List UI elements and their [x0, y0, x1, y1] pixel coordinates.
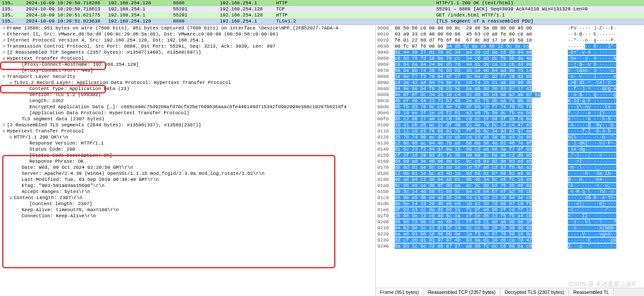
hex-row[interactable]: 012025 7b 74 80 ac d0 ce ab ca 15 a6 38 …: [376, 134, 644, 140]
collapsed-icon[interactable]: >: [1, 122, 7, 128]
tree-node[interactable]: vHypertext Transfer Protocol: [0, 128, 375, 134]
hex-row[interactable]: 0090cd 3e 42 a4 64 74 8e 7e c6 74 23 21 …: [376, 80, 644, 86]
hex-row[interactable]: 021084 b2 6e 1c 11 87 bf 14 01 cc 58 28 …: [376, 225, 644, 231]
tree-node[interactable]: Accept-Ranges: bytes\r\n: [0, 189, 375, 195]
tree-node[interactable]: Status Code: 200: [0, 146, 375, 152]
hex-row[interactable]: 019040 a8 04 c2 38 04 a5 81 9b 4b 34 bc …: [376, 177, 644, 183]
tree-node[interactable]: Content Type: Application Data (23): [0, 86, 375, 92]
packet-row[interactable]: 135…2024-10-09 10:20:50.718286192.168.25…: [0, 0, 644, 6]
packet-row[interactable]: 135…2024-10-09 10:20:51.821775192.168.25…: [0, 12, 644, 18]
hex-row[interactable]: 00c04b ef 49 64 13 71 b2 46 2e d1 f5 0b …: [376, 98, 644, 104]
tree-node[interactable]: Date: Wed, 09 Oct 2024 02:20:50 GMT\r\n: [0, 164, 375, 171]
expanded-icon[interactable]: v: [8, 195, 14, 200]
expanded-icon[interactable]: v: [8, 80, 14, 85]
hex-row[interactable]: 00801e 6e f7 f2 76 04 af 1f 6c 8e dc d2 …: [376, 74, 644, 80]
hex-row[interactable]: 01d09e be 14 23 29 3b eb e6 1b a1 30 7d …: [376, 201, 644, 207]
expanded-icon[interactable]: v: [1, 56, 7, 61]
hex-row[interactable]: 0230dd cf e5 01 83 97 97 4b 93 0a d1 10 …: [376, 237, 644, 243]
tree-node[interactable]: Connection: Keep-Alive\r\n: [0, 213, 375, 219]
tree-node[interactable]: [Proxy-Connect-Port: 443]: [0, 68, 375, 74]
tree-node[interactable]: >Frame 13588: 951 bytes on wire (7608 bi…: [0, 25, 375, 31]
hex-row[interactable]: 018011 06 91 1e bc e3 4b 1a 0d 58 61 07 …: [376, 171, 644, 177]
expanded-icon[interactable]: v: [1, 129, 7, 134]
packet-row[interactable]: 135…2024-10-09 10:20:50.718613192.168.25…: [0, 6, 644, 12]
hex-tab[interactable]: Reassembled TCP (2357 bytes): [424, 288, 500, 296]
tree-node[interactable]: vHypertext Transfer Protocol: [0, 55, 375, 61]
tree-node[interactable]: Length: 2352: [0, 98, 375, 104]
tree-node[interactable]: Last-Modified: Tue, 03 Sep 2019 06:30:48…: [0, 177, 375, 183]
protocol-tree: >Frame 13588: 951 bytes on wire (7608 bi…: [0, 25, 376, 296]
hex-row[interactable]: 001003 a9 33 c8 40 00 80 06 45 b3 c0 a8 …: [376, 31, 644, 37]
hex-row[interactable]: 0220ba a6 93 b5 18 56 bb 0e 1a f3 76 67 …: [376, 231, 644, 237]
hex-row[interactable]: 000000 50 56 c0 00 08 00 0c 29 d6 5a d8 …: [376, 25, 644, 31]
hex-row[interactable]: 00e059 19 ee 2f 1e c8 f2 61 e2 e0 7b 59 …: [376, 110, 644, 116]
hex-row[interactable]: 0130c2 0e 69 ac 64 4b 7b ab b8 06 56 4a …: [376, 140, 644, 146]
tree-node[interactable]: Encrypted Application Data […]: c665ce90…: [0, 104, 375, 110]
hex-row[interactable]: 014081 6c 23 f2 64 67 9a 15 86 c0 a6 8e …: [376, 146, 644, 152]
hex-row[interactable]: 007058 be 9b 74 26 78 65 83 35 1e eb b4 …: [376, 68, 644, 74]
tree-node[interactable]: Version: TLS 1.2 (0x0303): [0, 92, 375, 98]
hex-row[interactable]: 0160d4 89 a8 3e 49 06 86 bc 9c c6 93 02 …: [376, 158, 644, 164]
tree-node[interactable]: vTransport Layer Security: [0, 74, 375, 80]
hex-row[interactable]: 00b09e df 6f dc 24 19 10 c4 51 d5 b5 e3 …: [376, 92, 644, 98]
hex-row[interactable]: 01b0d9 3c 14 4d b8 71 95 5c 04 c6 54 57 …: [376, 189, 644, 195]
hex-row[interactable]: 01e0df 63 e3 cc da 02 b6 1b f1 9f e0 99 …: [376, 207, 644, 213]
expanded-icon[interactable]: v: [8, 135, 14, 140]
hex-row[interactable]: 01a05c 6b e8 ce d6 8f d0 aa ec 3c 09 b2 …: [376, 183, 644, 189]
collapsed-icon[interactable]: >: [1, 44, 7, 49]
tree-node[interactable]: TLS segment data (2307 bytes): [0, 116, 375, 122]
tree-node[interactable]: >Ethernet II, Src: VMware_d6:5a:d8 (00:0…: [0, 31, 375, 37]
tree-node[interactable]: [Content length: 2307]: [0, 201, 375, 207]
hex-row[interactable]: 0060c6 04 6a 84 24 0e d5 76 44 d1 de ca …: [376, 61, 644, 68]
hex-row[interactable]: 0150cf 2f 1d 29 93 d1 f1 3b b0 99 3c b0 …: [376, 152, 644, 158]
hex-pane: 000000 50 56 c0 00 08 00 0c 29 d6 5a d8 …: [376, 25, 644, 296]
tree-node[interactable]: Response Version: HTTP/1.1: [0, 140, 375, 146]
tree-node[interactable]: vContent-Length: 2307\r\n: [0, 195, 375, 201]
hex-row[interactable]: 004091 44 59 27 d1 76 01 34 a4 20 cd 8a …: [376, 49, 644, 55]
tree-node[interactable]: vHTTP/1.1 200 OK\r\n: [0, 134, 375, 140]
tree-node[interactable]: Keep-Alive: timeout=5, max=100\r\n: [0, 207, 375, 213]
expanded-icon[interactable]: v: [1, 74, 7, 79]
tree-node[interactable]: >[2 Reassembled TCP Segments (2357 bytes…: [0, 49, 375, 55]
hex-row[interactable]: 0050c6 68 78 fd 19 0a 78 cc 34 c6 ab dc …: [376, 55, 644, 61]
collapsed-icon[interactable]: >: [1, 26, 7, 31]
tree-node[interactable]: vTLSv1.2 Record Layer: Application Data …: [0, 80, 375, 86]
collapsed-icon[interactable]: >: [1, 50, 7, 55]
hex-tab[interactable]: Reassembled TL: [569, 288, 614, 296]
hex-row[interactable]: 0020fe 01 22 b8 d7 fb 6f 88 67 dc 8d 17 …: [376, 37, 644, 43]
packet-list: 135…2024-10-09 10:20:50.718286192.168.25…: [0, 0, 644, 25]
tree-node[interactable]: ETag: "903-591a03aa15600"\r\n: [0, 183, 375, 189]
tree-node[interactable]: >Internet Protocol Version 4, Src: 192.1…: [0, 37, 375, 43]
tree-node[interactable]: [Application Data Protocol: Hypertext Tr…: [0, 110, 375, 116]
tree-node[interactable]: Response Phrase: OK: [0, 158, 375, 164]
collapsed-icon[interactable]: >: [1, 32, 7, 37]
hex-row[interactable]: 00d00b fb d3 78 5c c8 6e 79 9f b6 10 f7 …: [376, 104, 644, 110]
tree-node[interactable]: [Proxy-Connect-Hostname: 192.168.254.129…: [0, 61, 375, 68]
hex-tabs: Frame (951 bytes)Reassembled TCP (2357 b…: [376, 288, 644, 296]
hex-row[interactable]: 0200d6 96 73 bb c9 ea 6b 31 ff ed 21 a0 …: [376, 219, 644, 225]
hex-row[interactable]: 003000 fc 97 f6 00 00 b4 d5 52 aa e8 60 …: [376, 43, 644, 49]
collapsed-icon[interactable]: >: [1, 38, 7, 43]
hex-row[interactable]: 02405a 93 1c 8c 73 e6 e7 27 a0 d6 fc ec …: [376, 243, 644, 249]
tree-node[interactable]: [Status Code Description: OK]: [0, 152, 375, 158]
hex-row[interactable]: 00a094 9e 66 b4 f6 29 c5 5e be ab 8d 26 …: [376, 86, 644, 92]
hex-row[interactable]: 01c0d5 de a5 db e4 a9 65 24 44 c1 a3 23 …: [376, 195, 644, 201]
tree-node[interactable]: >[2 Reassembled TLS segments (2644 bytes…: [0, 122, 375, 128]
tree-node[interactable]: Server: Apache/2.4.39 (Win64) OpenSSL/1.…: [0, 171, 375, 177]
watermark: CSDN @ 天还是那么蓝6: [569, 280, 635, 288]
hex-row[interactable]: 01001b 41 eb e5 ac 1c df 40 01 4e 79 bc …: [376, 122, 644, 128]
hex-row[interactable]: 00f065 c2 06 17 a8 cd c9 38 c6 ec 1f 68 …: [376, 116, 644, 122]
hex-tab[interactable]: Frame (951 bytes): [376, 288, 424, 296]
hex-row[interactable]: 0110c8 11 c0 e3 f6 66 81 7b ff 30 0c 34 …: [376, 128, 644, 134]
packet-row[interactable]: 135…2024-10-09 10:20:51.823638192.168.25…: [0, 18, 644, 24]
hex-tab[interactable]: Decrypted TLS (2307 bytes): [500, 288, 569, 296]
hex-row[interactable]: 0170d5 6d d1 ae 5c ce ae 1e 1e 5f a8 c3 …: [376, 164, 644, 171]
hex-row[interactable]: 01f02b 06 da 13 c9 49 6c aa cf 9e d5 13 …: [376, 213, 644, 219]
tree-node[interactable]: >Transmission Control Protocol, Src Port…: [0, 43, 375, 49]
